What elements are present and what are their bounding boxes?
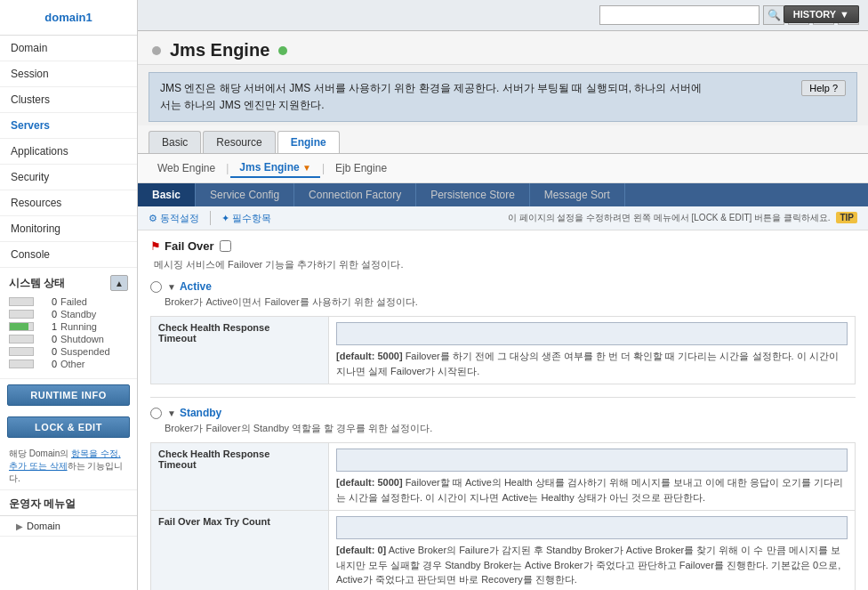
dynamic-settings-link[interactable]: ⚙ 동적설정 [149,212,199,225]
check-health-response-timeout-row-standby: Check Health ResponseTimeout [default: 5… [151,443,856,511]
sub-tab-jms-engine[interactable]: Jms Engine ▼ [230,158,320,178]
tab-engine[interactable]: Engine [277,131,340,153]
standby-subsection: ▼ Standby Broker가 Failover의 Standby 역할을 … [150,407,856,590]
runtime-info-button[interactable]: RUNTIME INFO [7,384,130,406]
sidebar-item-resources[interactable]: Resources [0,190,137,216]
active-arrow-icon: ▼ [167,282,176,292]
sub-tab-web-engine[interactable]: Web Engine [149,159,224,177]
check-health-value-active: [default: 5000] Failover를 하기 전에 그 대상의 생존… [329,317,856,384]
check-health-input-standby[interactable] [336,449,848,472]
sidebar-domain-label[interactable]: domain1 [0,0,137,36]
inner-tab-persistence-store[interactable]: Persistence Store [416,183,530,206]
sidebar-item-session[interactable]: Session [0,61,137,87]
status-toggle-button[interactable]: ▲ [110,275,128,291]
sub-tabs: Web Engine | Jms Engine ▼ | Ejb Engine [138,154,868,183]
status-row-standby: 0 Standby [9,309,128,319]
system-status-box: 시스템 상태 ▲ 0 Failed 0 Standby 1 Running 0 … [0,268,137,379]
standby-arrow-icon: ▼ [167,408,176,418]
failover-title: Fail Over [165,239,214,253]
active-radio[interactable] [150,281,162,293]
main-tabs: Basic Resource Engine [138,125,868,154]
section-flag-icon: ⚑ [150,239,161,253]
check-health-desc-standby: [default: 5000] Failover할 때 Active의 Heal… [336,475,848,505]
toolbar-tip-text: 이 페이지의 설정을 수정하려면 왼쪽 메뉴에서 [LOCK & EDIT] 버… [508,212,857,224]
standby-radio[interactable] [150,408,162,419]
check-health-input-active[interactable] [336,322,848,345]
tip-badge: TIP [836,212,857,223]
search-icon-button[interactable]: 🔍 [763,5,784,25]
tab-resource[interactable]: Resource [203,131,275,153]
standby-form-table: Check Health ResponseTimeout [default: 5… [150,442,856,590]
active-subsection-title: Active [180,280,212,293]
sidebar-item-console[interactable]: Console [0,242,137,268]
failover-section-header: ⚑ Fail Over [150,239,856,253]
manager-item-domain[interactable]: ▶ Domain [0,516,137,537]
history-button[interactable]: HISTORY ▼ [784,5,859,23]
sidebar-item-applications[interactable]: Applications [0,139,137,165]
page-header: Jms Engine [138,31,868,65]
fail-over-max-try-count-desc: [default: 0] Active Broker의 Failure가 감지된… [336,543,848,587]
status-row-other: 0 Other [9,359,128,369]
sidebar: domain1 Domain Session Clusters Servers … [0,0,138,590]
settings-icon: ⚙ [149,213,157,224]
search-input[interactable] [599,5,760,25]
sidebar-item-domain[interactable]: Domain [0,36,137,61]
chevron-down-icon: ▼ [840,9,849,20]
sidebar-item-clusters[interactable]: Clusters [0,87,137,113]
check-health-label-standby: Check Health ResponseTimeout [151,443,329,511]
jms-engine-arrow-icon: ▼ [302,163,311,173]
inner-tab-service-config[interactable]: Service Config [196,183,294,206]
status-dot-gray [152,46,161,55]
sub-tab-ejb-engine[interactable]: Ejb Engine [326,159,396,177]
fail-over-max-try-count-label: Fail Over Max Try Count [151,511,329,590]
content-area: ⚑ Fail Over 메시징 서비스에 Failover 기능을 추가하기 위… [138,230,868,590]
star-icon: ✦ [221,213,229,224]
active-subsection-header[interactable]: ▼ Active [150,280,856,293]
inner-tabs: Basic Service Config Connection Factory … [138,183,868,206]
sidebar-item-monitoring[interactable]: Monitoring [0,216,137,242]
info-banner: JMS 엔진은 해당 서버에서 JMS 서버를 사용하기 위한 환경을 제공한다… [149,72,857,122]
standby-subsection-title: Standby [180,407,221,419]
help-button[interactable]: Help ? [801,80,846,96]
check-health-desc-active: [default: 5000] Failover를 하기 전에 그 대상의 생존… [336,349,848,378]
tab-basic[interactable]: Basic [149,131,201,153]
toolbar-separator [210,211,211,225]
section-divider [150,397,856,398]
page-title: Jms Engine [170,40,269,61]
status-row-failed: 0 Failed [9,296,128,307]
active-form-table: Check Health ResponseTimeout [default: 5… [150,316,856,384]
active-subsection-desc: Broker가 Active이면서 Failover를 사용하기 위한 설정이다… [150,295,856,309]
info-text: JMS 엔진은 해당 서버에서 JMS 서버를 사용하기 위한 환경을 제공한다… [160,80,702,114]
fail-over-max-try-count-row: Fail Over Max Try Count [default: 0] Act… [151,511,856,590]
sidebar-item-security[interactable]: Security [0,165,137,190]
fail-over-max-try-count-input[interactable] [336,516,848,539]
standby-subsection-desc: Broker가 Failover의 Standby 역할을 할 경우를 위한 설… [150,422,856,435]
required-items-link[interactable]: ✦ 필수항목 [221,212,271,225]
sidebar-item-servers[interactable]: Servers [0,113,137,139]
check-health-label-active: Check Health ResponseTimeout [151,317,329,384]
standby-subsection-header[interactable]: ▼ Standby [150,407,856,419]
sidebar-desc: 해당 Domain의 항목을 수정, 추가 또는 삭제하는 기능입니다. [0,443,137,490]
status-row-shutdown: 0 Shutdown [9,334,128,344]
main-content: 🔍 ↺ ⊞ ⚙ HISTORY ▼ Jms Engine JMS 엔진은 해당 … [138,0,868,590]
toolbar-row: ⚙ 동적설정 ✦ 필수항목 이 페이지의 설정을 수정하려면 왼쪽 메뉴에서 [… [138,206,868,230]
manager-label: 운영자 메뉴얼 [0,490,137,516]
active-subsection: ▼ Active Broker가 Active이면서 Failover를 사용하… [150,280,856,384]
status-row-running: 1 Running [9,321,128,332]
check-health-response-timeout-row-active: Check Health ResponseTimeout [default: 5… [151,317,856,384]
lock-edit-button[interactable]: LOCK & EDIT [7,416,130,438]
status-dot-green [278,46,287,55]
top-bar: 🔍 ↺ ⊞ ⚙ HISTORY ▼ [138,0,868,31]
inner-tab-connection-factory[interactable]: Connection Factory [294,183,416,206]
inner-tab-message-sort[interactable]: Message Sort [530,183,625,206]
status-row-suspended: 0 Suspended [9,346,128,357]
system-status-title: 시스템 상태 ▲ [9,275,128,291]
fail-over-max-try-count-value: [default: 0] Active Broker의 Failure가 감지된… [329,511,856,590]
failover-checkbox[interactable] [220,240,231,252]
failover-desc: 메시징 서비스에 Failover 기능을 추가하기 위한 설정이다. [150,258,856,271]
collapse-icon: ▶ [16,521,23,531]
check-health-value-standby: [default: 5000] Failover할 때 Active의 Heal… [329,443,856,511]
inner-tab-basic[interactable]: Basic [138,183,196,206]
